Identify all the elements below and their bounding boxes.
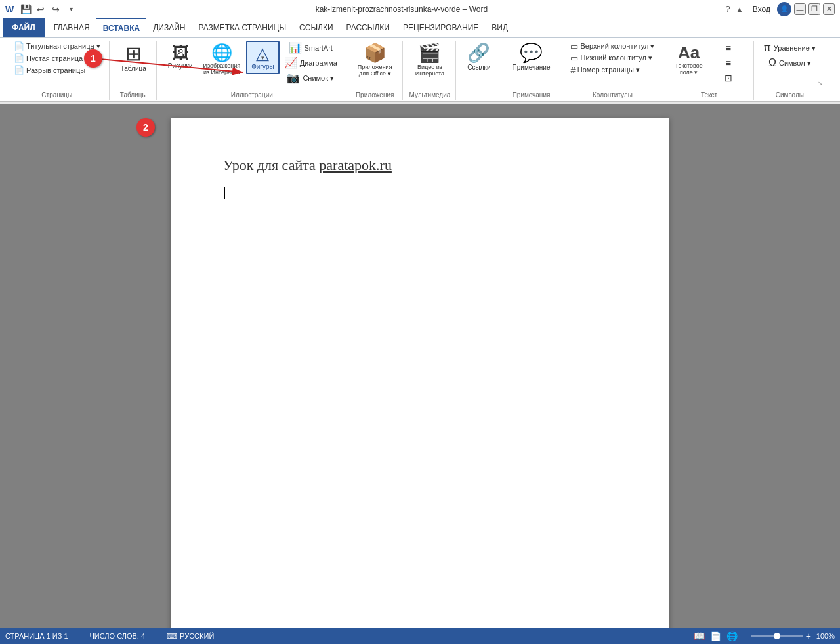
- read-mode-icon[interactable]: 📖: [694, 631, 705, 641]
- header-footer-label: Колонтитулы: [567, 91, 658, 100]
- tab-insert[interactable]: ВСТАВКА: [96, 18, 146, 37]
- online-pictures-button[interactable]: 🌐 Изображенияиз Интернета: [199, 41, 245, 79]
- tab-file[interactable]: ФАЙЛ: [3, 18, 45, 37]
- tab-review[interactable]: РЕЦЕНЗИРОВАНИЕ: [396, 18, 485, 37]
- word-icon: W: [5, 4, 14, 14]
- close-button[interactable]: ✕: [823, 3, 835, 15]
- tab-layout[interactable]: РАЗМЕТКА СТРАНИЦЫ: [192, 18, 293, 37]
- chart-button[interactable]: 📈 Диаграмма: [281, 56, 341, 70]
- quick-access-more-button[interactable]: ▾: [64, 3, 77, 16]
- symbols-col: π Уравнение ▾ Ω Символ ▾: [761, 41, 819, 70]
- tab-home[interactable]: ГЛАВНАЯ: [47, 18, 96, 37]
- restore-button[interactable]: ❐: [808, 3, 820, 15]
- help-button[interactable]: ?: [726, 4, 730, 14]
- ribbon-tab-bar: ФАЙЛ ГЛАВНАЯ ВСТАВКА ДИЗАЙН РАЗМЕТКА СТР…: [0, 18, 840, 38]
- equation-button[interactable]: π Уравнение ▾: [761, 41, 819, 55]
- group-text: Aa Текстовоеполе ▾ ≡ ≡ ⊡ Текст: [665, 41, 753, 100]
- login-button[interactable]: Вход: [749, 5, 774, 14]
- page-number-button[interactable]: # Номер страницы ▾: [567, 64, 658, 75]
- group-header-footer: ▭ Верхний колонтитул ▾ ▭ Нижний колонтит…: [562, 41, 663, 100]
- smartart-button[interactable]: 📊 SmartArt: [281, 41, 341, 55]
- input-method-icon: ⌨: [167, 632, 177, 641]
- pages-label: Страницы: [10, 91, 104, 100]
- text-cursor: [224, 187, 225, 199]
- comment-button[interactable]: 💬 Примечание: [508, 41, 555, 74]
- page-count-label: СТРАНИЦА 1 ИЗ 1: [5, 632, 68, 640]
- save-button[interactable]: 💾: [19, 3, 32, 16]
- footer-button[interactable]: ▭ Нижний колонтитул ▾: [567, 53, 658, 64]
- language-status: ⌨ РУССКИЙ: [167, 632, 214, 641]
- online-video-button[interactable]: 🎬 Видео изИнтернета: [411, 41, 449, 80]
- zoom-control: – + 100%: [743, 631, 835, 641]
- pictures-button[interactable]: 🖼 Рисунки: [163, 41, 198, 73]
- group-illustrations: 🖼 Рисунки 🌐 Изображенияиз Интернета △ Фи…: [158, 41, 346, 100]
- shapes-button[interactable]: △ Фигуры ▾: [246, 41, 279, 74]
- document-title: Урок для сайта paratapok.ru: [223, 157, 617, 174]
- ribbon-toggle-button[interactable]: ▲: [733, 3, 746, 16]
- tab-design[interactable]: ДИЗАЙН: [146, 18, 192, 37]
- tab-refs[interactable]: ССЫЛКИ: [293, 18, 339, 37]
- office-apps-button[interactable]: 📦 Приложениядля Office ▾: [353, 41, 397, 80]
- text-tool-1-button[interactable]: ≡: [709, 41, 748, 55]
- header-button[interactable]: ▭ Верхний колонтитул ▾: [567, 41, 658, 52]
- document-content[interactable]: [223, 187, 617, 199]
- ribbon-expand-button[interactable]: ↘: [818, 80, 823, 87]
- text-tool-3-icon: ⊡: [724, 73, 732, 83]
- annotation-2: 2: [136, 118, 155, 137]
- online-pictures-icon: 🌐: [211, 44, 232, 61]
- group-symbols: π Уравнение ▾ Ω Символ ▾ Символы ↘: [755, 41, 824, 100]
- word-count-label: ЧИСЛО СЛОВ: 4: [90, 632, 146, 640]
- tab-mailing[interactable]: РАССЫЛКИ: [340, 18, 396, 37]
- text-tool-1-icon: ≡: [726, 43, 731, 53]
- apps-items: 📦 Приложениядля Office ▾: [353, 41, 397, 90]
- symbols-items: π Уравнение ▾ Ω Символ ▾: [761, 41, 819, 90]
- symbol-icon: Ω: [768, 58, 776, 68]
- status-separator-2: [156, 632, 156, 641]
- text-items: Aa Текстовоеполе ▾ ≡ ≡ ⊡: [670, 41, 747, 90]
- textbox-icon: Aa: [678, 44, 700, 61]
- status-separator-1: [79, 632, 79, 641]
- footer-icon: ▭: [570, 54, 578, 62]
- title-page-icon: 📄: [14, 42, 24, 51]
- links-label: [463, 98, 495, 100]
- zoom-out-button[interactable]: –: [743, 631, 748, 641]
- screenshot-icon: 📷: [287, 73, 300, 83]
- text-tool-2-icon: ≡: [726, 58, 731, 68]
- group-links: 🔗 Ссылки: [457, 41, 501, 100]
- screenshot-button[interactable]: 📷 Снимок ▾: [281, 71, 341, 85]
- web-view-icon[interactable]: 🌐: [726, 631, 738, 641]
- title-bar-left: W 💾 ↩ ↪ ▾: [5, 3, 77, 16]
- page-number-icon: #: [570, 66, 575, 74]
- equation-icon: π: [764, 43, 771, 53]
- undo-button[interactable]: ↩: [34, 3, 47, 16]
- illustrations-label: Иллюстрации: [163, 91, 341, 100]
- print-layout-icon[interactable]: 📄: [710, 631, 721, 641]
- text-tool-3-button[interactable]: ⊡: [709, 71, 748, 85]
- zoom-in-button[interactable]: +: [806, 631, 811, 641]
- redo-button[interactable]: ↪: [49, 3, 62, 16]
- status-bar: СТРАНИЦА 1 ИЗ 1 ЧИСЛО СЛОВ: 4 ⌨ РУССКИЙ …: [0, 628, 840, 644]
- media-label: Мультимедиа: [410, 91, 451, 100]
- pictures-icon: 🖼: [172, 44, 189, 61]
- symbol-button[interactable]: Ω Символ ▾: [761, 56, 819, 70]
- document-area: 1 2 Урок для сайта paratapok.ru: [0, 104, 840, 628]
- minimize-button[interactable]: —: [794, 3, 806, 15]
- links-button[interactable]: 🔗 Ссылки: [463, 41, 495, 74]
- online-video-icon: 🎬: [418, 44, 441, 62]
- tables-label: Таблицы: [116, 91, 151, 100]
- textbox-button[interactable]: Aa Текстовоеполе ▾: [670, 41, 707, 79]
- document-page: Урок для сайта paratapok.ru: [171, 118, 669, 628]
- window-title: kak-izmenit-prozrachnost-risunka-v-vorde…: [77, 5, 725, 14]
- group-comments: 💬 Примечание Примечания: [503, 41, 561, 100]
- text-tool-2-button[interactable]: ≡: [709, 56, 748, 70]
- blank-page-icon: 📄: [14, 54, 24, 62]
- table-icon: ⊞: [125, 44, 142, 64]
- zoom-slider[interactable]: [751, 635, 803, 637]
- tab-view[interactable]: ВИД: [485, 18, 514, 37]
- quick-access-toolbar: 💾 ↩ ↪ ▾: [19, 3, 77, 16]
- table-button[interactable]: ⊞ Таблица: [116, 41, 151, 75]
- smartart-icon: 📊: [289, 43, 302, 53]
- user-avatar: 👤: [777, 2, 791, 16]
- tables-items: ⊞ Таблица: [116, 41, 151, 90]
- group-media: 🎬 Видео изИнтернета Мультимедиа: [404, 41, 457, 100]
